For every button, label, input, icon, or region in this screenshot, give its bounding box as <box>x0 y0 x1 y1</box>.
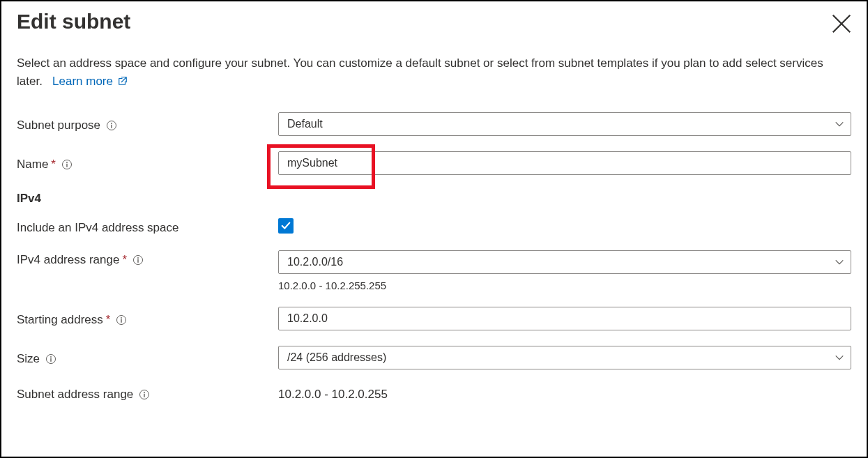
svg-rect-17 <box>144 393 145 397</box>
row-name: Name * <box>17 151 851 175</box>
label-text-include-ipv4: Include an IPv4 address space <box>17 221 178 235</box>
label-text-size: Size <box>17 352 40 366</box>
label-text-name: Name <box>17 158 48 171</box>
label-subnet-purpose: Subnet purpose <box>17 116 278 132</box>
svg-point-4 <box>66 162 68 163</box>
svg-rect-8 <box>137 259 138 262</box>
info-icon[interactable] <box>61 159 73 170</box>
close-button[interactable] <box>832 14 851 33</box>
ipv4-range-helper: 10.2.0.0 - 10.2.255.255 <box>278 280 851 291</box>
close-icon <box>832 14 851 33</box>
row-size: Size <box>17 346 851 369</box>
ipv4-range-select[interactable] <box>278 250 851 274</box>
label-name: Name * <box>17 155 278 171</box>
label-text-subnet-range: Subnet address range <box>17 388 133 402</box>
row-include-ipv4: Include an IPv4 address space <box>17 218 851 235</box>
info-icon[interactable] <box>116 314 127 326</box>
external-link-icon <box>118 76 128 86</box>
subnet-purpose-select[interactable] <box>278 112 851 136</box>
label-ipv4-range: IPv4 address range * <box>17 250 278 267</box>
subnet-range-value: 10.2.0.0 - 10.2.0.255 <box>278 385 851 402</box>
svg-rect-11 <box>121 319 122 322</box>
learn-more-label: Learn more <box>52 75 113 88</box>
info-icon[interactable] <box>139 389 150 400</box>
required-indicator: * <box>51 158 56 171</box>
edit-subnet-panel: Edit subnet Select an address space and … <box>0 0 868 458</box>
svg-point-13 <box>50 356 52 358</box>
row-subnet-range: Subnet address range 10.2.0.0 - 10.2.0.2… <box>17 385 851 402</box>
include-ipv4-checkbox[interactable] <box>278 218 294 234</box>
svg-point-16 <box>144 392 145 393</box>
svg-point-7 <box>137 257 139 259</box>
row-ipv4-range: IPv4 address range * 10.2.0.0 - 10.2.255… <box>17 250 851 291</box>
ipv4-section-header: IPv4 <box>17 192 851 206</box>
label-text-starting-address: Starting address <box>17 313 103 327</box>
size-select[interactable] <box>278 346 851 369</box>
info-icon[interactable] <box>132 254 144 266</box>
subnet-name-input[interactable] <box>278 151 851 175</box>
panel-title: Edit subnet <box>17 10 130 33</box>
svg-rect-14 <box>50 358 51 361</box>
required-indicator: * <box>106 313 111 327</box>
label-subnet-range: Subnet address range <box>17 385 278 402</box>
label-starting-address: Starting address * <box>17 310 278 327</box>
intro-text: Select an address space and configure yo… <box>17 56 823 88</box>
starting-address-input[interactable] <box>278 307 851 330</box>
info-icon[interactable] <box>106 120 117 131</box>
row-subnet-purpose: Subnet purpose <box>17 112 851 136</box>
info-icon[interactable] <box>45 353 56 365</box>
svg-point-10 <box>121 317 123 319</box>
required-indicator: * <box>122 253 127 267</box>
label-text-subnet-purpose: Subnet purpose <box>17 119 100 132</box>
learn-more-link[interactable]: Learn more <box>52 75 128 88</box>
panel-header: Edit subnet <box>17 10 851 54</box>
row-starting-address: Starting address * <box>17 307 851 330</box>
label-include-ipv4: Include an IPv4 address space <box>17 218 278 235</box>
label-text-ipv4-range: IPv4 address range <box>17 253 119 267</box>
svg-rect-2 <box>111 124 112 128</box>
svg-point-1 <box>111 123 112 124</box>
check-icon <box>281 221 291 231</box>
svg-rect-5 <box>66 163 67 167</box>
intro-text-block: Select an address space and configure yo… <box>17 54 846 91</box>
label-size: Size <box>17 349 278 366</box>
